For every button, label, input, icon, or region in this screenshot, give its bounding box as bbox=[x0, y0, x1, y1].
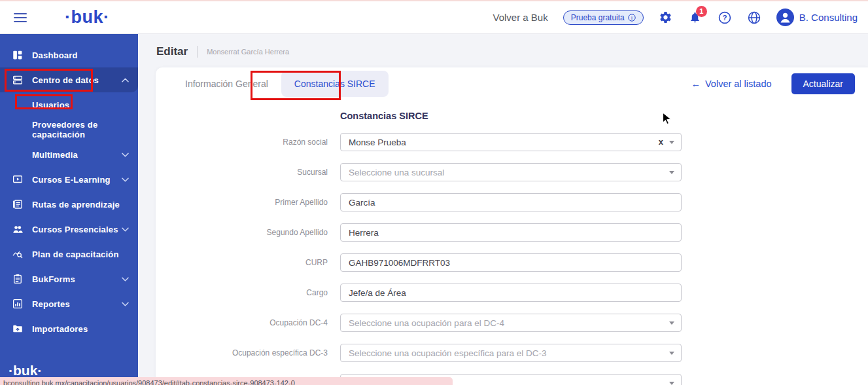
sidebar-footer-logo: ·buk· bbox=[9, 363, 42, 378]
globe-language-icon[interactable] bbox=[747, 10, 761, 25]
notifications-bell-icon[interactable]: 1 bbox=[688, 10, 703, 25]
breadcrumb-employee-name: Monserrat García Herrera bbox=[207, 48, 289, 56]
sidebar-item-centro-de-datos[interactable]: Centro de datos bbox=[0, 67, 138, 92]
tab-informacion-general[interactable]: Información General bbox=[172, 67, 281, 100]
form-row-primer-apellido: Primer ApellidoGarcía bbox=[156, 193, 868, 211]
edit-card: Información General Constancias SIRCE ← … bbox=[156, 67, 868, 385]
field-value: Jefe/a de Área bbox=[349, 288, 406, 298]
tab-constancias-sirce[interactable]: Constancias SIRCE bbox=[281, 71, 389, 97]
sidebar-item-label: Cursos E-Learning bbox=[32, 175, 111, 185]
elearning-icon bbox=[12, 174, 24, 185]
svg-text:i: i bbox=[631, 14, 633, 20]
user-name: B. Consulting bbox=[799, 12, 858, 23]
dropdown-caret-icon bbox=[669, 141, 674, 144]
left-arrow-icon: ← bbox=[691, 79, 701, 89]
card-header: Información General Constancias SIRCE ← … bbox=[156, 67, 868, 100]
form-row-razon-social: Razón socialMonse Pruebax bbox=[156, 133, 868, 151]
chevron-down-icon bbox=[122, 153, 129, 157]
chevron-up-icon bbox=[122, 78, 129, 82]
main-content: Editar Monserrat García Herrera Informac… bbox=[138, 34, 868, 385]
form-rows: Razón socialMonse PruebaxSucursalSelecci… bbox=[156, 133, 868, 385]
field-value: Herrera bbox=[349, 228, 379, 238]
form-row-cargo: CargoJefe/a de Área bbox=[156, 284, 868, 302]
chevron-down-icon bbox=[122, 227, 129, 232]
importer-icon bbox=[12, 323, 24, 335]
dropdown-caret-icon bbox=[669, 171, 674, 174]
sidebar-item-label: Plan de capacitación bbox=[32, 249, 119, 259]
field-placeholder: Seleccione una ocupación para el DC-4 bbox=[349, 318, 504, 328]
dropdown-caret-icon bbox=[669, 352, 674, 355]
svg-text:?: ? bbox=[722, 14, 727, 22]
trial-badge[interactable]: Prueba gratuita i bbox=[563, 10, 644, 25]
breadcrumb-divider bbox=[197, 46, 198, 58]
input-primer-apellido[interactable]: García bbox=[340, 193, 682, 211]
select-razon-social[interactable]: Monse Pruebax bbox=[340, 133, 682, 151]
field-placeholder: Seleccione una sucursal bbox=[349, 168, 444, 177]
avatar bbox=[776, 9, 794, 26]
sidebar-item-rutas-de-aprendizaje[interactable]: Rutas de aprendizaje bbox=[0, 192, 138, 217]
sidebar-item-label: BukForms bbox=[32, 274, 75, 284]
sidebar-item-label: Rutas de aprendizaje bbox=[32, 200, 120, 210]
notification-count-badge: 1 bbox=[696, 6, 707, 17]
sidebar-item-label: Importadores bbox=[32, 324, 88, 334]
help-icon[interactable]: ? bbox=[718, 10, 732, 25]
sidebar-item-label: Usuarios bbox=[32, 100, 69, 110]
sidebar-item-reportes[interactable]: Reportes bbox=[0, 291, 138, 316]
field-value: Monse Prueba bbox=[349, 138, 406, 147]
back-to-list-link[interactable]: ← Volver al listado bbox=[691, 79, 771, 89]
field-label: Primer Apellido bbox=[156, 198, 328, 207]
field-value: García bbox=[349, 198, 375, 208]
sidebar-item-importadores[interactable]: Importadores bbox=[0, 316, 138, 341]
sidebar-item-bukforms[interactable]: BukForms bbox=[0, 266, 138, 291]
field-label: Cargo bbox=[156, 288, 328, 297]
sidebar-item-dashboard[interactable]: Dashboard bbox=[0, 43, 138, 67]
sidebar-item-proveedores-de-capacitacion[interactable]: Proveedores de capacitación bbox=[0, 117, 138, 142]
sidebar-item-usuarios[interactable]: Usuarios bbox=[0, 92, 138, 117]
dropdown-caret-icon bbox=[669, 321, 674, 325]
field-label: Ocupación DC-4 bbox=[156, 318, 328, 327]
select-sucursal[interactable]: Seleccione una sucursal bbox=[340, 163, 682, 181]
input-curp[interactable]: GAHB971006MDFRRT03 bbox=[340, 253, 682, 272]
field-label: Ocupación específica DC-3 bbox=[156, 348, 328, 358]
sidebar-item-label: Proveedores de capacitación bbox=[32, 120, 129, 139]
field-label: Segundo Apellido bbox=[156, 228, 328, 237]
sidebar-item-multimedia[interactable]: Multimedia bbox=[0, 142, 138, 167]
sidebar-item-cursos-e-learning[interactable]: Cursos E-Learning bbox=[0, 167, 138, 192]
sidebar-nav: DashboardCentro de datosUsuariosProveedo… bbox=[0, 34, 138, 341]
field-value: GAHB971006MDFRRT03 bbox=[349, 258, 450, 268]
hamburger-menu-icon[interactable] bbox=[14, 13, 27, 22]
forms-icon bbox=[12, 273, 24, 285]
header-actions: Volver a Buk Prueba gratuita i 1 ? B. Co… bbox=[493, 9, 868, 26]
select-ocupacion-especifica-dc-3[interactable]: Seleccione una ocupación específica para… bbox=[340, 344, 682, 362]
user-menu[interactable]: B. Consulting bbox=[776, 9, 858, 26]
form-heading: Constancias SIRCE bbox=[340, 111, 868, 121]
select-ocupacion-dc-4[interactable]: Seleccione una ocupación para el DC-4 bbox=[340, 314, 682, 332]
dropdown-caret-icon bbox=[669, 382, 674, 385]
breadcrumb: Editar Monserrat García Herrera bbox=[138, 34, 868, 58]
reports-icon bbox=[12, 298, 24, 310]
sidebar-item-plan-de-capacitacion[interactable]: Plan de capacitación bbox=[0, 242, 138, 266]
sidebar-item-label: Reportes bbox=[32, 299, 70, 309]
volver-a-buk-link[interactable]: Volver a Buk bbox=[493, 12, 548, 23]
sidebar-item-label: Dashboard bbox=[32, 50, 78, 60]
browser-status-bar: bconsulting.buk.mx/capacitacion/usuarios… bbox=[0, 377, 453, 385]
update-button[interactable]: Actualizar bbox=[791, 73, 855, 94]
field-placeholder: Seleccione una ocupación específica para… bbox=[349, 348, 546, 358]
form-row-curp: CURPGAHB971006MDFRRT03 bbox=[156, 253, 868, 272]
form-row-ocupacion-especifica-dc-3: Ocupación específica DC-3Seleccione una … bbox=[156, 344, 868, 362]
top-accent-line bbox=[0, 0, 868, 1]
top-navbar: ·buk· Volver a Buk Prueba gratuita i 1 ?… bbox=[0, 1, 868, 34]
settings-gear-icon[interactable] bbox=[659, 10, 673, 25]
people-icon bbox=[12, 223, 24, 235]
clear-selection-icon[interactable]: x bbox=[659, 137, 663, 147]
buk-logo: ·buk· bbox=[65, 7, 109, 28]
sidebar-item-label: Cursos Presenciales bbox=[32, 225, 118, 234]
chevron-down-icon bbox=[122, 277, 129, 282]
dashboard-icon bbox=[12, 49, 24, 61]
training-plan-icon bbox=[12, 248, 24, 260]
learning-path-icon bbox=[12, 198, 24, 210]
input-cargo[interactable]: Jefe/a de Área bbox=[340, 284, 682, 302]
input-segundo-apellido[interactable]: Herrera bbox=[340, 223, 682, 242]
sidebar-item-cursos-presenciales[interactable]: Cursos Presenciales bbox=[0, 217, 138, 242]
sidebar: DashboardCentro de datosUsuariosProveedo… bbox=[0, 34, 138, 385]
